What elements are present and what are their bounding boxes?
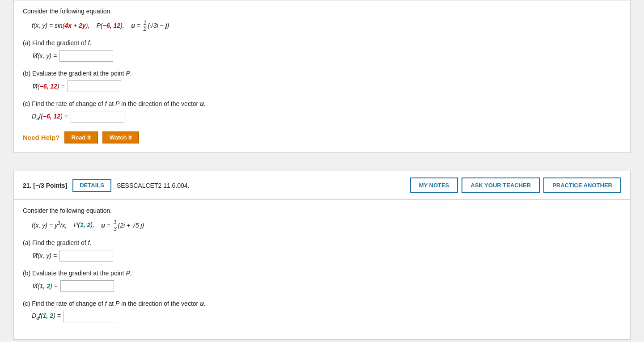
problem21-part-b: (b) Evaluate the gradient at the point P… [23, 270, 621, 292]
problem21-part-a-label: (a) Find the gradient of f. [23, 239, 621, 246]
read-it-button[interactable]: Read It [64, 131, 98, 144]
problem21-part-b-input[interactable] [60, 280, 114, 292]
problem21-part-c: (c) Find the rate of change of f at P in… [23, 300, 621, 322]
problem20-part-c: (c) Find the rate of change of f at P in… [23, 100, 621, 122]
problem20-consider: Consider the following equation. [23, 8, 621, 15]
problem20-part-c-label: (c) Find the rate of change of f at P in… [23, 100, 621, 107]
practice-another-button[interactable]: PRACTICE ANOTHER [543, 177, 621, 193]
problem21-header: 21. [−/3 Points] DETAILS SESSCALCET2 11.… [13, 171, 631, 200]
action-buttons: MY NOTES ASK YOUR TEACHER PRACTICE ANOTH… [410, 177, 621, 193]
problem21-part-a: (a) Find the gradient of f. ∇f(x, y) = [23, 239, 621, 262]
problem20-part-b-label: (b) Evaluate the gradient at the point P… [23, 70, 621, 77]
problem21-part-b-label: (b) Evaluate the gradient at the point P… [23, 270, 621, 277]
problem20-part-a-input[interactable] [59, 50, 113, 62]
problem21-consider: Consider the following equation. [23, 207, 621, 214]
problem20-part-b: (b) Evaluate the gradient at the point P… [23, 70, 621, 92]
need-help-label: Need Help? [23, 134, 60, 141]
problem21-part-c-input[interactable] [64, 311, 117, 322]
need-help-section: Need Help? Read It Watch It [23, 131, 621, 144]
problem20-part-a-label: (a) Find the gradient of f. [23, 39, 621, 46]
details-button[interactable]: DETAILS [72, 179, 111, 192]
problem21-equation: f(x, y) = y3/x, P(1, 2), u = 13(2i + √5 … [23, 220, 621, 232]
problem20-part-c-input[interactable] [71, 111, 124, 122]
my-notes-button[interactable]: MY NOTES [410, 177, 458, 193]
session-code: SESSCALCET2 11.6.004. [117, 182, 405, 189]
problem21-part-a-input[interactable] [59, 250, 113, 262]
ask-teacher-button[interactable]: ASK YOUR TEACHER [462, 177, 540, 193]
problem21-content: Consider the following equation. f(x, y)… [13, 200, 631, 339]
problem20-equation: f(x, y) = sin(4x + 2y), P(−6, 12), u = 1… [23, 20, 621, 32]
problem20-part-b-input[interactable] [68, 80, 121, 92]
problem21-number: 21. [−/3 Points] [23, 182, 67, 189]
watch-it-button[interactable]: Watch It [102, 131, 139, 144]
problem21-part-c-label: (c) Find the rate of change of f at P in… [23, 300, 621, 307]
problem20-part-a: (a) Find the gradient of f. ∇f(x, y) = [23, 39, 621, 62]
